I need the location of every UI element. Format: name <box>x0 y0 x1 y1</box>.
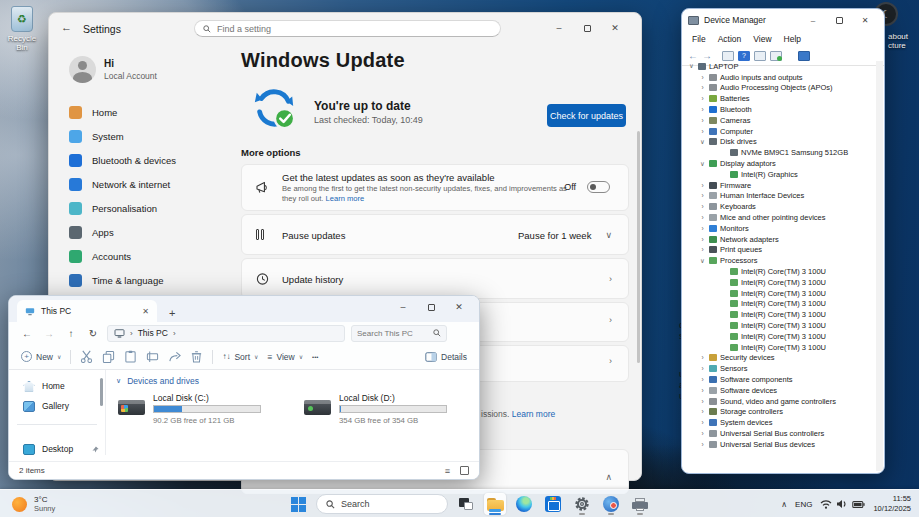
device-tree-item[interactable]: Intel(R) Core(TM) 3 100U <box>684 320 876 331</box>
share-button[interactable] <box>168 350 181 363</box>
menu-item[interactable]: View <box>747 33 777 45</box>
device-tree-item[interactable]: › Mice and other pointing devices <box>684 212 876 223</box>
tree-expander-icon[interactable]: › <box>699 182 706 189</box>
update-history-card[interactable]: Update history › <box>241 258 629 299</box>
explorer-tab[interactable]: This PC ✕ <box>17 300 157 322</box>
device-tree-item[interactable]: Intel(R) Graphics <box>684 169 876 180</box>
more-options-button[interactable]: ••• <box>312 354 318 360</box>
tree-expander-icon[interactable]: › <box>699 117 706 124</box>
cut-button[interactable] <box>80 350 93 363</box>
maximize-button[interactable] <box>573 19 601 37</box>
tree-expander-icon[interactable]: › <box>699 95 706 102</box>
pause-duration-dropdown[interactable]: Pause for 1 week ∨ <box>518 229 612 240</box>
device-tree-item[interactable]: › Universal Serial Bus devices <box>684 439 876 450</box>
device-tree-item[interactable]: › Batteries <box>684 93 876 104</box>
taskbar-search-input[interactable]: Search <box>316 494 448 514</box>
settings-nav-item[interactable]: Time & language <box>57 268 233 292</box>
device-tree-item[interactable]: ∨ Disk drives <box>684 137 876 148</box>
up-arrow-icon[interactable]: ↑ <box>63 328 79 339</box>
device-tree-item[interactable]: ∨ Display adaptors <box>684 158 876 169</box>
weather-widget[interactable]: 3°C Sunny <box>6 490 61 517</box>
minimize-button[interactable]: – <box>800 12 826 28</box>
new-tab-button[interactable]: + <box>169 307 175 322</box>
drive-item[interactable]: Local Disk (D:) 354 GB free of 354 GB <box>304 393 447 425</box>
minimize-button[interactable]: – <box>545 19 573 37</box>
tree-expander-icon[interactable]: › <box>699 128 706 135</box>
settings-nav-item[interactable]: Personalisation <box>57 196 233 220</box>
device-tree-item[interactable]: Intel(R) Core(TM) 3 100U <box>684 277 876 288</box>
tree-expander-icon[interactable]: › <box>699 430 706 437</box>
store-taskbar-button[interactable] <box>542 493 564 515</box>
details-pane-button[interactable]: Details <box>425 352 467 362</box>
monitor-icon[interactable] <box>798 51 810 61</box>
device-tree-item[interactable]: › Monitors <box>684 223 876 234</box>
maximize-button[interactable] <box>826 12 852 28</box>
device-tree-item[interactable]: › Keyboards <box>684 201 876 212</box>
device-tree-item[interactable]: Intel(R) Core(TM) 3 100U <box>684 288 876 299</box>
device-tree-item[interactable]: NVMe BM9C1 Samsung 512GB <box>684 147 876 158</box>
device-tree-item[interactable]: › Computer <box>684 126 876 137</box>
tree-expander-icon[interactable]: › <box>699 365 706 372</box>
paste-button[interactable] <box>124 350 137 363</box>
settings-nav-item[interactable]: Home <box>57 100 233 124</box>
close-button[interactable]: ✕ <box>445 298 473 316</box>
device-tree-item[interactable]: Intel(R) Core(TM) 3 100U <box>684 342 876 353</box>
settings-nav-item[interactable]: Bluetooth & devices <box>57 148 233 172</box>
back-arrow-icon[interactable]: ← <box>61 21 72 33</box>
check-for-updates-button[interactable]: Check for updates <box>547 104 626 127</box>
tree-expander-icon[interactable]: ∨ <box>688 62 695 70</box>
account-avatar[interactable] <box>69 56 96 83</box>
edge-taskbar-button[interactable] <box>513 493 535 515</box>
tree-expander-icon[interactable]: ∨ <box>699 257 706 265</box>
file-explorer-taskbar-button[interactable] <box>484 493 506 515</box>
tree-expander-icon[interactable]: › <box>699 203 706 210</box>
tree-expander-icon[interactable]: ∨ <box>699 160 706 168</box>
tree-expander-icon[interactable]: › <box>699 236 706 243</box>
breadcrumb[interactable]: This PC <box>138 328 168 338</box>
tab-close-icon[interactable]: ✕ <box>142 307 149 316</box>
settings-search-input[interactable]: Find a setting <box>194 20 501 37</box>
properties-icon[interactable] <box>722 51 734 61</box>
learn-more-link[interactable]: Learn more <box>326 194 365 203</box>
clock[interactable]: 11:55 10/12/2025 <box>873 494 911 514</box>
rename-button[interactable] <box>146 350 159 363</box>
back-arrow-icon[interactable]: ← <box>19 328 35 339</box>
system-tray-icons[interactable] <box>820 499 865 509</box>
delete-button[interactable] <box>190 350 203 363</box>
device-tree-item[interactable]: › Firmware <box>684 180 876 191</box>
settings-nav-item[interactable]: System <box>57 124 233 148</box>
device-tree-item[interactable]: › Security devices <box>684 353 876 364</box>
language-indicator[interactable]: ENG <box>795 500 812 509</box>
device-tree-item[interactable]: › Universal Serial Bus controllers <box>684 428 876 439</box>
tree-expander-icon[interactable]: › <box>699 398 706 405</box>
close-button[interactable]: ✕ <box>852 12 878 28</box>
device-tree-item[interactable]: Intel(R) Core(TM) 3 100U <box>684 309 876 320</box>
tree-expander-icon[interactable]: ∨ <box>699 138 706 146</box>
devices-and-drives-header[interactable]: ∨ Devices and drives <box>116 376 479 386</box>
latest-updates-toggle[interactable] <box>587 181 610 193</box>
tree-expander-icon[interactable]: › <box>699 214 706 221</box>
scan-hardware-icon[interactable] <box>770 51 782 61</box>
refresh-icon[interactable]: ↻ <box>85 328 101 339</box>
device-tree-item[interactable]: › Software components <box>684 374 876 385</box>
device-manager-taskbar-button[interactable] <box>629 493 651 515</box>
device-tree-item[interactable]: ∨ Processors <box>684 255 876 266</box>
task-view-button[interactable] <box>455 493 477 515</box>
tree-expander-icon[interactable]: › <box>699 419 706 426</box>
tree-expander-icon[interactable]: › <box>699 387 706 394</box>
drive-item[interactable]: Local Disk (C:) 90.2 GB free of 121 GB <box>118 393 261 425</box>
tree-expander-icon[interactable]: › <box>699 192 706 199</box>
device-tree-item[interactable]: Intel(R) Core(TM) 3 100U <box>684 331 876 342</box>
sort-button[interactable]: ↑↓ Sort ∨ <box>222 352 258 362</box>
device-tree-item[interactable]: Intel(R) Core(TM) 3 100U <box>684 266 876 277</box>
sidebar-item-desktop[interactable]: Desktop <box>9 439 105 459</box>
tree-expander-icon[interactable]: › <box>699 106 706 113</box>
device-tree-item[interactable]: › System devices <box>684 417 876 428</box>
globe-app-taskbar-button[interactable] <box>600 493 622 515</box>
device-tree-item[interactable]: › Audio inputs and outputs <box>684 72 876 83</box>
sidebar-item-gallery[interactable]: Gallery <box>9 396 105 416</box>
device-manager-scrollbar[interactable] <box>876 61 883 471</box>
tree-expander-icon[interactable]: › <box>699 84 706 91</box>
tray-expand-chevron[interactable]: ∧ <box>781 500 787 509</box>
copy-button[interactable] <box>102 350 115 363</box>
